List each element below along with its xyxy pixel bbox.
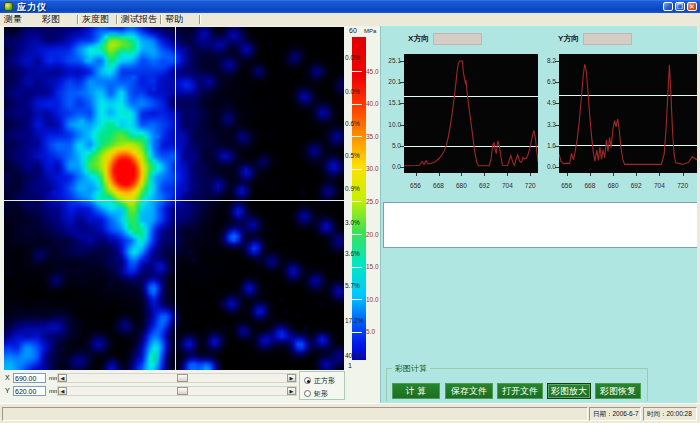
y-position-scrollbar[interactable]: ◀ ▶ — [57, 386, 297, 396]
y-scroll-thumb[interactable] — [177, 387, 188, 395]
colorbar-tick — [352, 332, 362, 333]
colormap-zoom-button[interactable]: 彩图放大 — [547, 383, 591, 399]
radio-rectangle-label: 矩形 — [314, 389, 328, 399]
title-bar: 应力仪 _ ❐ ✕ — [0, 0, 700, 13]
menu-item-grayscale[interactable]: 灰度图 — [82, 14, 109, 25]
close-icon: ✕ — [689, 3, 695, 10]
radio-rectangle-circle[interactable] — [304, 390, 311, 397]
result-list-box[interactable] — [383, 202, 699, 248]
colorbar-percent-label: 0.0% — [345, 54, 367, 61]
stress-heatmap[interactable] — [4, 27, 344, 370]
compute-group-title: 彩图计算 — [392, 363, 430, 374]
app-window: { "window": { "title": "应力仪", "controls"… — [0, 0, 700, 423]
colorbar-min-label: 1 — [348, 362, 352, 369]
colorbar-tick — [352, 299, 362, 300]
x-scroll-thumb[interactable] — [177, 374, 188, 382]
open-file-button[interactable]: 打开文件 — [497, 383, 543, 399]
menu-separator — [160, 15, 162, 24]
radio-selected-dot — [307, 380, 310, 383]
x-tick — [613, 173, 614, 176]
minimize-icon: _ — [666, 3, 670, 10]
colorbar-tick — [352, 104, 362, 105]
menu-item-test-report[interactable]: 测试报告 — [121, 14, 157, 25]
radio-square-label: 正方形 — [314, 376, 335, 386]
compute-button[interactable]: 计 算 — [392, 383, 440, 399]
colorbar-percent-label: 3.6% — [345, 250, 367, 257]
y-scroll-left-arrow[interactable]: ◀ — [58, 387, 67, 395]
status-date-cell: 日期：2006-6-7 — [589, 407, 641, 421]
colorbar-percent-label: 5.7% — [345, 282, 367, 289]
x-tick-label: 668 — [582, 182, 598, 189]
colorbar-tick — [352, 169, 362, 170]
shape-option-group: 正方形 矩形 — [299, 371, 345, 400]
colorbar-percent-label: 3.0% — [345, 219, 367, 226]
x-tick-label: 680 — [605, 182, 621, 189]
y-position-input[interactable] — [13, 386, 46, 396]
x-position-scrollbar[interactable]: ◀ ▶ — [57, 373, 297, 383]
x-tick — [590, 173, 591, 176]
x-tick-label: 704 — [651, 182, 667, 189]
crosshair-vertical-line[interactable] — [175, 27, 176, 370]
y-axis-label: Y — [5, 387, 10, 394]
colorbar-tick — [352, 71, 362, 72]
x-scroll-left-arrow[interactable]: ◀ — [58, 374, 67, 382]
y-scroll-right-arrow[interactable]: ▶ — [287, 387, 296, 395]
heatmap-canvas[interactable] — [4, 27, 344, 370]
colorbar-percent-label: 0.0% — [345, 88, 367, 95]
restore-button[interactable]: ❐ — [675, 2, 685, 11]
menu-separator — [116, 15, 118, 24]
colorbar-max-label: 60 — [349, 27, 357, 34]
crosshair-horizontal-line[interactable] — [4, 200, 344, 201]
status-message-cell — [2, 407, 588, 421]
colorbar-percent-label: 17.2% — [345, 317, 367, 324]
save-file-button[interactable]: 保存文件 — [445, 383, 493, 399]
colorbar-unit-label: MPa — [364, 28, 376, 34]
right-panel: X方向 25.120.115.110.05.00.0 6566686806927… — [380, 26, 700, 403]
menu-item-help[interactable]: 帮助 — [165, 14, 183, 25]
status-bar: 日期：2006-6-7 时间：20:00:28 — [0, 403, 700, 423]
menu-item-measure[interactable]: 测量 — [4, 14, 22, 25]
x-tick — [659, 173, 660, 176]
colorbar-tick — [352, 234, 362, 235]
app-icon — [4, 2, 13, 11]
menu-separator — [77, 15, 79, 24]
x-tick — [636, 173, 637, 176]
left-panel: 60 MPa 45.040.035.030.025.020.015.010.05… — [0, 26, 380, 403]
colorbar: 60 MPa 45.040.035.030.025.020.015.010.05… — [344, 26, 380, 376]
x-axis-label: X — [5, 374, 10, 381]
close-button[interactable]: ✕ — [687, 2, 697, 11]
menu-separator — [199, 15, 201, 24]
colorbar-gradient — [352, 37, 366, 360]
menu-bar: 测量 彩图 灰度图 测试报告 帮助 — [0, 13, 700, 26]
colorbar-tick — [352, 201, 362, 202]
x-position-input[interactable] — [13, 373, 46, 383]
colormap-restore-button[interactable]: 彩图恢复 — [595, 383, 641, 399]
minimize-button[interactable]: _ — [663, 2, 673, 11]
x-scroll-right-arrow[interactable]: ▶ — [287, 374, 296, 382]
x-tick-label: 720 — [675, 182, 691, 189]
radio-square-circle[interactable] — [304, 377, 311, 384]
menu-item-colormap[interactable]: 彩图 — [42, 14, 60, 25]
x-tick-label: 656 — [559, 182, 575, 189]
y-chart-x-axis: 656668680692704720 — [381, 26, 700, 196]
colorbar-percent-label: 0.5% — [345, 152, 367, 159]
colorbar-percent-label: 40.6% — [345, 352, 367, 359]
colorbar-percent-label: 0.6% — [345, 120, 367, 127]
x-tick — [683, 173, 684, 176]
colorbar-percent-label: 0.9% — [345, 185, 367, 192]
status-time-cell: 时间：20:00:28 — [643, 407, 697, 421]
colorbar-tick — [352, 136, 362, 137]
restore-icon: ❐ — [677, 3, 683, 10]
x-tick-label: 692 — [628, 182, 644, 189]
x-tick — [567, 173, 568, 176]
colorbar-tick — [352, 267, 362, 268]
